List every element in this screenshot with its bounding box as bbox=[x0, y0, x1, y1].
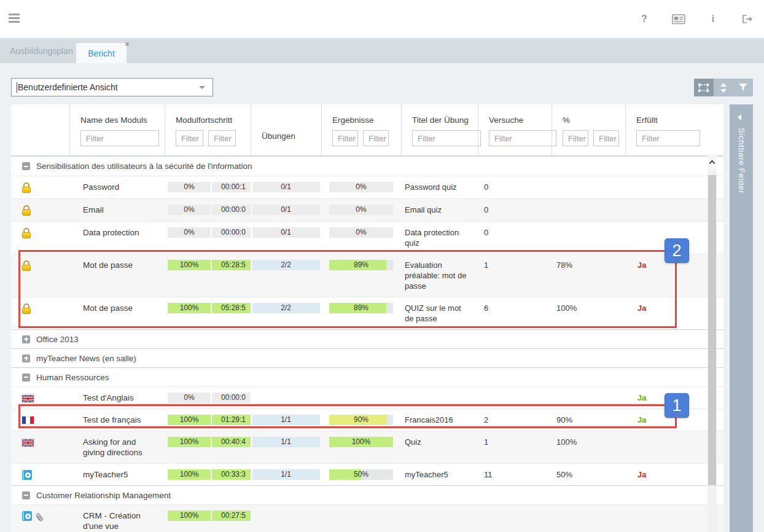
chevron-up-icon bbox=[709, 160, 715, 166]
table-row[interactable]: Email0%00:00:00/10%Email quiz0 bbox=[11, 198, 723, 221]
column-header-title[interactable]: Titel der Übung bbox=[402, 115, 478, 125]
info-icon[interactable]: i bbox=[705, 11, 721, 27]
table-row[interactable]: CRM - Création d'une vue100%00:27:5 bbox=[11, 504, 723, 532]
result-badge: 50% bbox=[329, 469, 393, 480]
module-progress-cell: 100%00:33:3 bbox=[165, 469, 251, 480]
group-row[interactable]: Sensibilisation des utilisateurs à la sé… bbox=[11, 157, 723, 176]
exercise-title-cell: Francais2016 bbox=[401, 415, 478, 425]
exercises-cell: 2/2 bbox=[251, 260, 321, 270]
table-row[interactable]: Data protection0%00:00:00/10%Data protec… bbox=[11, 221, 723, 254]
filter-button[interactable] bbox=[733, 79, 753, 96]
filter-input-percent-2[interactable] bbox=[593, 130, 619, 146]
filter-input-fulfilled[interactable] bbox=[636, 130, 700, 146]
progress-percent-badge: 0% bbox=[168, 227, 211, 238]
view-select-dropdown[interactable]: Benutzerdefinierte Ansicht bbox=[11, 78, 213, 96]
row-icons-cell bbox=[11, 182, 69, 193]
expand-icon[interactable] bbox=[22, 354, 30, 362]
vertical-scrollbar[interactable] bbox=[707, 154, 717, 532]
expand-icon[interactable] bbox=[22, 335, 30, 343]
module-progress-cell: 100%00:27:5 bbox=[165, 510, 251, 521]
column-layout-button[interactable] bbox=[694, 79, 714, 96]
column-header-attempts[interactable]: Versuche bbox=[478, 115, 552, 125]
result-badge: 0% bbox=[329, 205, 393, 215]
attempts-cell: 6 bbox=[478, 303, 552, 313]
row-icons-cell bbox=[11, 469, 69, 480]
menu-icon[interactable] bbox=[9, 14, 20, 23]
column-header-results[interactable]: Ergebnisse bbox=[322, 115, 401, 125]
group-label: Customer Relationship Management bbox=[36, 491, 171, 500]
tab-close-icon[interactable]: × bbox=[122, 39, 132, 49]
exercises-cell: 1/1 bbox=[251, 437, 321, 447]
sidebar-visible-fields[interactable]: Sichtbare Felder bbox=[730, 104, 753, 532]
sort-button[interactable] bbox=[714, 79, 733, 96]
collapse-icon[interactable] bbox=[22, 491, 30, 499]
table-row[interactable]: Mot de passe100%05:28:52/289%QUIZ sur le… bbox=[11, 297, 723, 329]
column-header-fulfilled[interactable]: Erfüllt bbox=[626, 115, 690, 125]
logout-icon[interactable] bbox=[739, 11, 755, 27]
module-progress-cell: 100%05:28:5 bbox=[165, 303, 251, 313]
exercise-title-cell: Email quiz bbox=[401, 205, 478, 215]
results-cell: 89% bbox=[321, 260, 401, 270]
lock-icon bbox=[22, 228, 31, 238]
column-header-name[interactable]: Name des Moduls bbox=[70, 115, 165, 125]
attempts-cell: 0 bbox=[478, 227, 552, 238]
module-progress-cell: 0%00:00:1 bbox=[165, 182, 251, 192]
table-row[interactable]: Test de français100%01:29:11/190%Francai… bbox=[11, 409, 723, 431]
results-cell: 90% bbox=[321, 415, 401, 425]
exercises-badge: 0/1 bbox=[252, 227, 320, 238]
module-name-cell: Password bbox=[69, 182, 165, 192]
table-row[interactable]: Password0%00:00:10/10%Password quiz0 bbox=[11, 176, 723, 198]
attempts-cell: 2 bbox=[478, 415, 552, 425]
exercises-badge: 1/1 bbox=[252, 469, 320, 480]
module-name-cell: Test de français bbox=[69, 415, 165, 425]
table-row[interactable]: Mot de passe100%05:28:52/289%Evaluation … bbox=[11, 254, 723, 297]
group-row[interactable]: myTeacher News (en salle) bbox=[11, 348, 723, 367]
filter-input-attempts[interactable] bbox=[489, 130, 556, 146]
progress-percent-badge: 0% bbox=[168, 182, 211, 192]
help-icon[interactable]: ? bbox=[636, 11, 652, 27]
group-row[interactable]: Office 2013 bbox=[11, 329, 723, 348]
row-icons-cell bbox=[11, 260, 69, 271]
group-row[interactable]: Customer Relationship Management bbox=[11, 485, 723, 504]
lock-icon bbox=[22, 182, 31, 193]
exercises-cell: 2/2 bbox=[251, 303, 321, 313]
module-name-cell: CRM - Création d'une vue bbox=[69, 510, 165, 531]
column-header-progress[interactable]: Modulfortschritt bbox=[165, 115, 251, 125]
table-row[interactable]: myTeacher5100%00:33:31/150%myTeacher5115… bbox=[11, 463, 723, 485]
percent-cell: 50% bbox=[552, 469, 625, 480]
filter-input-results-1[interactable] bbox=[332, 130, 358, 146]
result-badge: 0% bbox=[329, 227, 393, 238]
tab-ausbildungsplan[interactable]: Ausbildungsplan bbox=[10, 38, 73, 63]
module-progress-cell: 0%00:00:0 bbox=[165, 393, 251, 403]
filter-input-percent-1[interactable] bbox=[563, 130, 588, 146]
table-row[interactable]: Asking for and giving directions100%00:4… bbox=[11, 431, 723, 463]
module-name-cell: Email bbox=[69, 205, 165, 215]
collapse-icon[interactable] bbox=[22, 162, 30, 170]
filter-input-name[interactable] bbox=[80, 130, 159, 146]
attempts-cell: 11 bbox=[478, 469, 552, 480]
news-icon[interactable] bbox=[671, 11, 687, 27]
exercises-badge: 0/1 bbox=[252, 182, 320, 192]
filter-input-results-2[interactable] bbox=[363, 130, 389, 146]
filter-input-progress-1[interactable] bbox=[176, 130, 203, 146]
tab-bericht[interactable]: Bericht × bbox=[76, 43, 127, 63]
result-badge: 100% bbox=[329, 437, 393, 447]
filter-input-progress-2[interactable] bbox=[208, 130, 236, 146]
app-window: ? i Ausbildungsplan bbox=[0, 0, 764, 532]
collapse-icon[interactable] bbox=[22, 374, 30, 381]
filter-input-title[interactable] bbox=[412, 130, 481, 146]
results-cell: 89% bbox=[321, 303, 401, 313]
exercise-title-cell: QUIZ sur le mot de passe bbox=[401, 303, 478, 324]
row-icons-cell bbox=[11, 205, 69, 216]
column-header-percent[interactable]: % bbox=[552, 115, 625, 125]
scroll-up-button[interactable] bbox=[707, 154, 717, 171]
module-name-cell: Data protection bbox=[69, 227, 165, 238]
progress-time-badge: 00:33:3 bbox=[212, 469, 251, 480]
progress-time-badge: 00:00:0 bbox=[212, 227, 251, 238]
column-header-exercises[interactable]: Übungen bbox=[251, 131, 321, 141]
progress-percent-badge: 100% bbox=[168, 510, 211, 521]
table-row[interactable]: Test d'Anglais0%00:00:0Ja bbox=[11, 386, 723, 409]
course-book-icon bbox=[22, 470, 32, 480]
group-row[interactable]: Human Ressources bbox=[11, 367, 723, 386]
scrollbar-thumb[interactable] bbox=[708, 175, 716, 485]
